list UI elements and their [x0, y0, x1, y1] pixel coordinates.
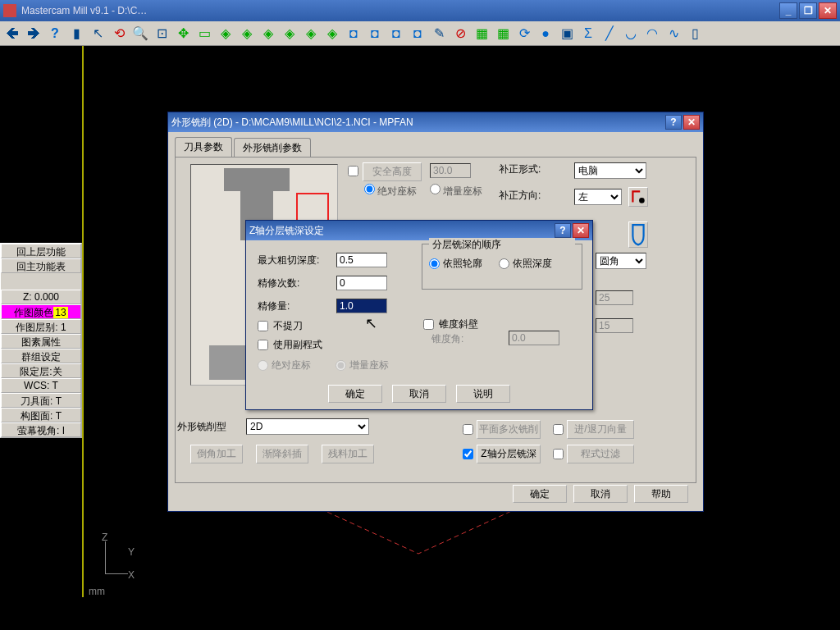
comp-mode-label: 补正形式: [499, 162, 541, 176]
maximize-button[interactable]: ❐ [799, 2, 817, 19]
subprog-check[interactable] [258, 340, 268, 350]
help-icon[interactable]: ? [44, 23, 66, 44]
safe-height-input: 30.0 [430, 163, 471, 178]
remach-button[interactable]: 残料加工 [322, 445, 374, 463]
sidebar-attr[interactable]: 图素属性 [1, 334, 81, 349]
sidebar-gview[interactable]: 萤幕视角: I [1, 422, 81, 437]
zstock-input: 15 [596, 318, 633, 333]
minimize-button[interactable]: _ [779, 2, 797, 19]
sidebar-z[interactable]: Z: 0.000 [1, 290, 81, 304]
tip-icon[interactable] [628, 221, 648, 248]
filter-check[interactable] [553, 449, 564, 459]
iso3-icon[interactable]: ◈ [258, 23, 279, 44]
arc-icon[interactable]: ◡ [620, 23, 641, 44]
zdepth-close-button[interactable]: ✕ [573, 223, 589, 238]
taper-check[interactable] [423, 319, 434, 330]
by-depth-radio[interactable]: 依照深度 [499, 257, 552, 271]
xystock-input: 25 [596, 290, 633, 305]
order-legend: 分层铣深的顺序 [429, 238, 575, 252]
parent-ok-button[interactable]: 确定 [513, 485, 567, 503]
comp-dir-select[interactable]: 左 [574, 189, 622, 205]
sidebar-group[interactable]: 群组设定 [1, 349, 81, 363]
close-button[interactable]: ✕ [819, 2, 837, 19]
grid1-icon[interactable]: ▦ [471, 23, 492, 44]
pencil-icon[interactable]: ✎ [428, 23, 450, 44]
zdepth-check[interactable] [463, 449, 473, 459]
zdepth-explain-button[interactable]: 说明 [456, 385, 510, 403]
zdepth-help-button[interactable]: ? [555, 223, 571, 238]
finish-n-input[interactable] [336, 276, 387, 290]
abs-radio[interactable] [364, 184, 375, 194]
arc2-icon[interactable]: ◠ [641, 23, 663, 44]
sidebar-tplane[interactable]: 刀具面: T [1, 393, 81, 408]
iso2-icon[interactable]: ◈ [236, 23, 258, 44]
iso5-icon[interactable]: ◈ [300, 23, 322, 44]
tab-contour-params[interactable]: 外形铣削参数 [234, 138, 311, 158]
sidebar-color[interactable]: 作图颜色13 [1, 304, 81, 319]
grid2-icon[interactable]: ▦ [492, 23, 514, 44]
multipass-check[interactable] [463, 424, 473, 435]
iso4-icon[interactable]: ◈ [279, 23, 300, 44]
file-icon[interactable]: ▮ [66, 23, 87, 44]
zdepth-cancel-button[interactable]: 取消 [392, 385, 446, 403]
sphere-icon[interactable]: ● [535, 23, 556, 44]
zoom-icon[interactable]: 🔍 [130, 23, 151, 44]
nav-fwd-icon[interactable]: 🡺 [23, 23, 44, 44]
max-rough-label: 最大粗切深度: [258, 253, 336, 267]
iso6-icon[interactable]: ◈ [322, 23, 343, 44]
line-icon[interactable]: ╱ [599, 23, 620, 44]
safe-height-check[interactable] [348, 166, 358, 176]
corner-select[interactable]: 圆角 [596, 253, 646, 269]
rect-icon[interactable]: ▭ [194, 23, 215, 44]
dialog-close-button[interactable]: ✕ [683, 115, 700, 130]
chamfer-button[interactable]: 倒角加工 [190, 445, 243, 463]
inc2-radio: 增量座标 [336, 358, 389, 372]
iso1-icon[interactable]: ◈ [215, 23, 236, 44]
parent-help-button[interactable]: 帮助 [634, 485, 688, 503]
nav-back-icon[interactable]: 🡸 [2, 23, 23, 44]
parent-cancel-button[interactable]: 取消 [573, 485, 628, 503]
dialog-help-button[interactable]: ? [665, 115, 682, 130]
cube1-icon[interactable]: ◘ [343, 23, 364, 44]
zdepth-dialog: Z轴分层铣深设定 ? ✕ 最大粗切深度: 精修次数: 精修量:1.0 分层铣深的… [245, 220, 593, 410]
safe-height-button[interactable]: 安全高度 [363, 162, 422, 181]
sidebar-main[interactable]: 回主功能表 [1, 258, 81, 273]
contour-dialog-title[interactable]: 外形铣削 (2D) - D:\MCAM9\MILL\NCI\2-1.NCI - … [168, 112, 703, 132]
sidebar-wcs[interactable]: WCS: T [1, 378, 81, 393]
comp-mode-select[interactable]: 电脑 [574, 162, 646, 179]
zdepth-ok-button[interactable]: 确定 [328, 385, 382, 403]
ramp-button[interactable]: 渐降斜插 [256, 445, 308, 463]
cube2-icon[interactable]: ◘ [364, 23, 386, 44]
dir-icon[interactable] [628, 187, 648, 207]
sidebar-up[interactable]: 回上层功能 [1, 244, 81, 258]
sidebar-cplane[interactable]: 构图面: T [1, 408, 81, 422]
divider [82, 46, 89, 597]
no-retract-check[interactable] [258, 321, 268, 331]
redo-icon[interactable]: ⟳ [514, 23, 535, 44]
geometry-dashed [312, 509, 525, 558]
cube4-icon[interactable]: ◘ [407, 23, 428, 44]
undo-icon[interactable]: ⟲ [108, 23, 130, 44]
by-contour-radio[interactable]: 依照轮廓 [429, 257, 482, 271]
taper-ang-input [509, 331, 559, 345]
finish-amt-input[interactable]: 1.0 [336, 299, 387, 313]
cube3-icon[interactable]: ◘ [386, 23, 407, 44]
finish-n-label: 精修次数: [258, 276, 336, 290]
abs2-radio: 绝对座标 [258, 358, 311, 372]
max-rough-input[interactable] [336, 253, 387, 267]
stop-icon[interactable]: ⊘ [450, 23, 471, 44]
main-toolbar: 🡸 🡺 ? ▮ ↖ ⟲ 🔍 ⊡ ✥ ▭ ◈ ◈ ◈ ◈ ◈ ◈ ◘ ◘ ◘ ◘ … [0, 21, 840, 46]
sigma-icon[interactable]: Σ [578, 23, 599, 44]
pick-icon[interactable]: ↖ [87, 23, 108, 44]
tool-icon[interactable]: ▯ [684, 23, 705, 44]
zoomfit-icon[interactable]: ⊡ [151, 23, 172, 44]
folder-icon[interactable]: ▣ [556, 23, 578, 44]
inc-radio[interactable] [430, 184, 441, 194]
move-icon[interactable]: ✥ [172, 23, 194, 44]
contour-type-select[interactable]: 2D [246, 418, 369, 435]
sidebar-layer[interactable]: 作图层别: 1 [1, 319, 81, 334]
sidebar-mask[interactable]: 限定层:关 [1, 363, 81, 378]
wave-icon[interactable]: ∿ [663, 23, 684, 44]
tab-tool-params[interactable]: 刀具参数 [175, 137, 232, 157]
leadio-check[interactable] [553, 424, 564, 435]
